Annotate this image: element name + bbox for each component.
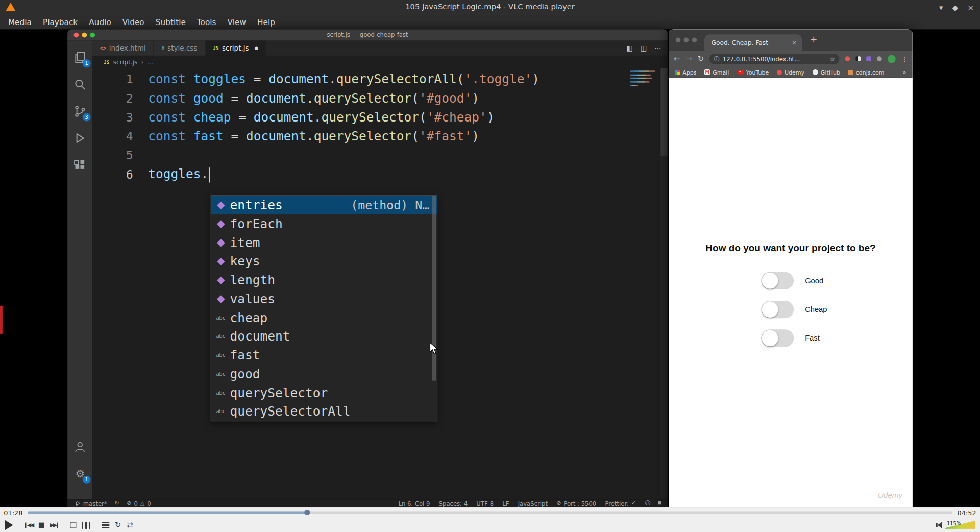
menu-view[interactable]: View xyxy=(222,17,252,27)
suggestion-keys[interactable]: keys xyxy=(211,252,437,271)
feedback-smiley-icon[interactable]: ☺ xyxy=(645,500,650,506)
minimap[interactable] xyxy=(630,70,660,88)
status-utf-8[interactable]: UTF-8 xyxy=(476,500,494,506)
bookmark-youtube[interactable]: YouTube xyxy=(737,69,769,75)
menu-media[interactable]: Media xyxy=(3,17,37,27)
url-text[interactable]: 127.0.0.1:5500/index.ht... xyxy=(723,55,826,62)
open-changes-icon[interactable]: ◧ xyxy=(626,44,633,52)
menu-subtitle[interactable]: Subtitle xyxy=(150,17,191,27)
suggestion-querySelector[interactable]: abcquerySelector xyxy=(211,383,437,402)
status-lf[interactable]: LF xyxy=(502,500,509,506)
settings-button[interactable]: ⚙ 1 xyxy=(72,466,88,482)
bookmark-star-icon[interactable]: ☆ xyxy=(829,55,835,62)
status-problems[interactable]: ⊘ 0 △ 0 xyxy=(127,500,151,506)
suggest-scrollbar[interactable] xyxy=(432,196,437,421)
stop-button[interactable] xyxy=(39,522,44,528)
extension-flag-icon[interactable] xyxy=(855,56,861,61)
menu-playback[interactable]: Playback xyxy=(37,17,83,27)
close-button[interactable]: × xyxy=(967,3,973,12)
browser-menu-icon[interactable]: ⋮ xyxy=(901,55,908,62)
bookmark-apps[interactable]: Apps xyxy=(675,69,696,75)
playlist-button[interactable] xyxy=(102,522,109,528)
tab-index.html[interactable]: <>index.html xyxy=(92,41,154,56)
next-button[interactable]: ▶▶ xyxy=(50,522,58,528)
bell-icon[interactable] xyxy=(657,500,663,506)
more-actions-icon[interactable]: ⋯ xyxy=(654,44,661,52)
shade-button[interactable]: ▾ xyxy=(939,3,943,12)
extension-red-icon[interactable] xyxy=(845,56,850,61)
suggestion-querySelectorAll[interactable]: abcquerySelectorAll xyxy=(211,402,437,421)
browser-tab[interactable]: Good, Cheap, Fast × xyxy=(704,34,802,51)
volume-slider[interactable]: 115% xyxy=(945,521,975,529)
profile-avatar[interactable] xyxy=(888,55,896,63)
menu-audio[interactable]: Audio xyxy=(83,17,117,27)
source-control-button[interactable]: 3 xyxy=(72,103,88,119)
menu-tools[interactable]: Tools xyxy=(191,17,222,27)
code-token: '#cheap' xyxy=(427,110,487,125)
bookmark-cdnjs[interactable]: cdnjs.com xyxy=(848,69,885,75)
editor-scrollbar-thumb[interactable] xyxy=(660,68,667,155)
status-sync[interactable]: ↻ xyxy=(114,500,119,506)
mouse-cursor xyxy=(429,342,438,358)
status-javascript[interactable]: JavaScript xyxy=(518,500,548,506)
menu-help[interactable]: Help xyxy=(252,17,281,27)
extended-settings-button[interactable] xyxy=(82,522,90,528)
status-prettier-[interactable]: Prettier:✓ xyxy=(605,500,636,506)
suggestion-length[interactable]: length xyxy=(211,271,437,289)
shuffle-button[interactable]: ⇄ xyxy=(127,521,133,529)
back-button[interactable]: ← xyxy=(674,55,680,63)
status-branch[interactable]: master* xyxy=(75,500,107,506)
fullscreen-button[interactable] xyxy=(70,522,76,528)
address-bar[interactable]: ⓘ 127.0.0.1:5500/index.ht... ☆ xyxy=(709,54,839,64)
suggestion-good[interactable]: abcgood xyxy=(211,365,437,383)
tab-style.css[interactable]: #style.css xyxy=(154,41,206,56)
forward-button[interactable]: → xyxy=(685,55,692,63)
search-button[interactable] xyxy=(72,76,88,92)
suggestion-values[interactable]: values xyxy=(211,289,437,308)
extensions-puzzle-icon[interactable] xyxy=(877,56,882,61)
extension-purple-icon[interactable] xyxy=(866,56,871,61)
breadcrumb-more[interactable]: … xyxy=(148,58,154,65)
split-editor-icon[interactable]: ◫ xyxy=(641,44,647,52)
status-ln-6-col-9[interactable]: Ln 6, Col 9 xyxy=(399,500,430,506)
run-debug-button[interactable] xyxy=(72,130,88,147)
bookmark-github[interactable]: GitHub xyxy=(813,69,840,75)
status-port-5500[interactable]: ⊘Port : 5500 xyxy=(556,500,596,506)
breadcrumb[interactable]: JS script.js › … xyxy=(92,56,668,68)
bookmark-udemy[interactable]: Udemy xyxy=(777,69,804,75)
next-icon xyxy=(57,522,58,528)
play-button[interactable] xyxy=(5,520,13,530)
toggle-switch-cheap[interactable] xyxy=(761,300,794,318)
status-spaces-4[interactable]: Spaces: 4 xyxy=(439,500,468,506)
new-tab-button[interactable]: + xyxy=(810,34,817,44)
suggestion-document[interactable]: abcdocument xyxy=(211,327,437,346)
account-button[interactable] xyxy=(72,439,88,455)
vscode-status-bar: master* ↻ ⊘ 0 △ 0 Ln 6, Col 9Spaces: 4UT… xyxy=(67,499,668,507)
suggestion-entries[interactable]: entries(method) N… xyxy=(211,196,437,214)
seek-bar[interactable] xyxy=(28,507,952,518)
breadcrumb-file[interactable]: script.js xyxy=(113,58,138,65)
speaker-icon[interactable] xyxy=(936,522,942,528)
editor-scrollbar[interactable] xyxy=(660,68,667,499)
tab-close-icon[interactable]: × xyxy=(792,39,797,46)
video-area[interactable]: script.js — good-cheap-fast 1 3 xyxy=(0,30,980,507)
toggle-switch-good[interactable] xyxy=(761,272,794,289)
bookmark-gmail[interactable]: MGmail xyxy=(704,69,729,75)
loop-button[interactable]: ↻ xyxy=(115,521,121,529)
maximize-button[interactable]: ◆ xyxy=(952,3,958,12)
extensions-button[interactable] xyxy=(72,157,88,173)
suggestion-forEach[interactable]: forEach xyxy=(211,214,437,233)
explorer-button[interactable]: 1 xyxy=(72,50,88,66)
toggle-knob xyxy=(762,301,778,318)
suggestion-fast[interactable]: abcfast xyxy=(211,346,437,365)
reload-button[interactable]: ↻ xyxy=(698,55,704,63)
suggestion-item[interactable]: item xyxy=(211,233,437,252)
tab-script.js[interactable]: JSscript.js● xyxy=(205,41,266,56)
toggle-switch-fast[interactable] xyxy=(761,329,794,347)
previous-button[interactable]: ◀◀ xyxy=(25,522,33,528)
suggestion-cheap[interactable]: abccheap xyxy=(211,308,437,327)
menu-video[interactable]: Video xyxy=(117,17,150,27)
site-info-icon[interactable]: ⓘ xyxy=(714,55,720,63)
bookmarks-overflow-icon[interactable]: » xyxy=(902,69,906,76)
seek-handle[interactable] xyxy=(304,510,310,515)
